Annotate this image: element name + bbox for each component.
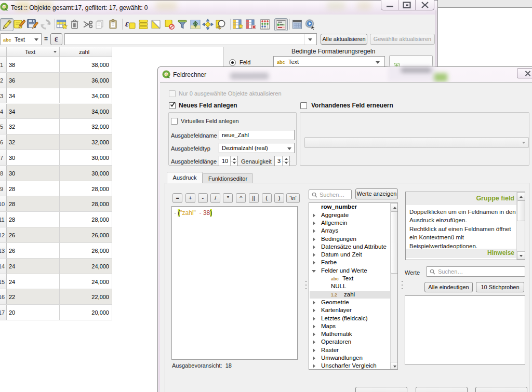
svg-text:ε: ε (125, 19, 129, 29)
